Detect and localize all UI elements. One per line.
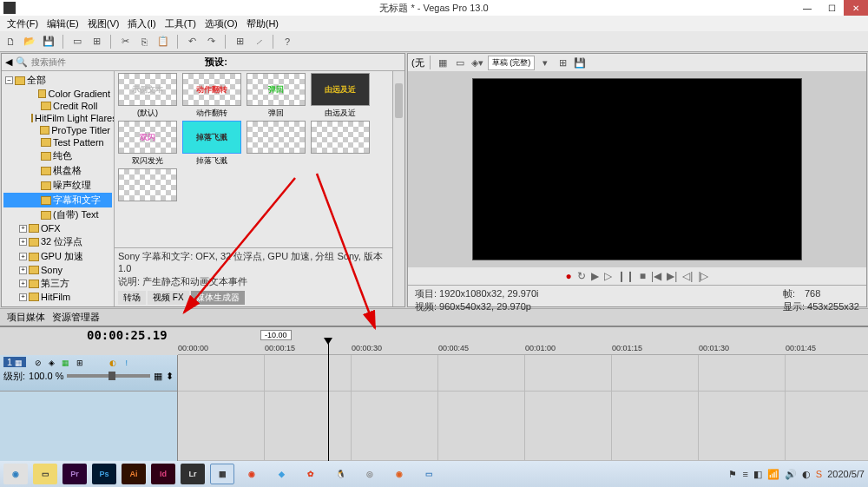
- project-properties-icon[interactable]: ▦: [436, 56, 450, 69]
- parent-icon[interactable]: ⬍: [166, 371, 174, 382]
- taskbar-app[interactable]: ◎: [358, 464, 382, 484]
- expand-icon[interactable]: +: [19, 293, 27, 301]
- dropdown-icon[interactable]: ▾: [538, 56, 552, 69]
- tree-item[interactable]: 字幕和文字: [3, 193, 112, 207]
- taskbar-app[interactable]: ▭: [33, 464, 57, 484]
- snapshot-icon[interactable]: 💾: [573, 56, 587, 69]
- tree-root[interactable]: −全部: [3, 73, 112, 88]
- preset-item[interactable]: 由远及近由远及近: [309, 73, 372, 119]
- loop-icon[interactable]: ↻: [577, 270, 586, 282]
- plugin-tree[interactable]: −全部 Color GradientCredit RollHitFilm Lig…: [2, 71, 115, 306]
- scrollbar[interactable]: [392, 71, 404, 306]
- menu-options[interactable]: 选项(O): [201, 17, 241, 30]
- paste-icon[interactable]: 📋: [156, 35, 170, 49]
- stop-icon[interactable]: ■: [640, 270, 646, 282]
- video-track-lane-1[interactable]: [178, 355, 868, 392]
- preset-item[interactable]: 掉落飞溅掉落飞溅: [181, 121, 243, 167]
- next-frame-icon[interactable]: |▷: [698, 270, 708, 282]
- properties-icon[interactable]: ⊞: [89, 35, 103, 49]
- render-icon[interactable]: ▭: [70, 35, 84, 49]
- menu-edit[interactable]: 编辑(E): [43, 17, 82, 30]
- copy-icon[interactable]: ⎘: [137, 35, 151, 49]
- save-icon[interactable]: 💾: [42, 35, 56, 49]
- menu-file[interactable]: 文件(F): [3, 17, 42, 30]
- taskbar-app[interactable]: Id: [151, 464, 175, 484]
- automation-icon[interactable]: ◈: [46, 358, 58, 368]
- snap-icon[interactable]: ⊞: [233, 35, 247, 49]
- tree-item[interactable]: 纯色: [3, 148, 112, 163]
- prev-frame-icon[interactable]: ◁|: [682, 270, 693, 282]
- autocrossfade-icon[interactable]: ⟋: [252, 35, 266, 49]
- track-fx-icon[interactable]: ▦: [60, 358, 72, 368]
- play-start-icon[interactable]: ▷: [604, 270, 612, 282]
- preset-item[interactable]: 示例文本(默认): [116, 73, 179, 119]
- tab-project-media[interactable]: 项目媒体: [7, 311, 45, 324]
- taskbar-app[interactable]: ◉: [3, 464, 28, 484]
- level-slider[interactable]: [67, 374, 150, 378]
- go-start-icon[interactable]: |◀: [651, 270, 661, 282]
- playhead[interactable]: [328, 341, 329, 461]
- tree-item[interactable]: 噪声纹理: [3, 178, 112, 193]
- tab-transitions[interactable]: 转场: [118, 291, 146, 305]
- preset-item[interactable]: 弹回弹回: [245, 73, 307, 119]
- collapse-icon[interactable]: −: [5, 76, 13, 84]
- tree-item[interactable]: 棋盘格: [3, 163, 112, 178]
- taskbar-app[interactable]: Ai: [122, 464, 146, 484]
- tray-network-icon[interactable]: 📶: [767, 469, 779, 480]
- tree-item[interactable]: +32 位浮点: [3, 234, 112, 249]
- tray-icon[interactable]: S: [816, 469, 822, 479]
- open-icon[interactable]: 📂: [23, 35, 36, 49]
- tray-volume-icon[interactable]: 🔊: [785, 469, 797, 480]
- mute-icon[interactable]: ◐: [107, 358, 119, 368]
- minimize-button[interactable]: —: [795, 0, 819, 16]
- new-icon[interactable]: 🗋: [3, 35, 17, 49]
- track-number[interactable]: 1 ▦: [3, 357, 26, 367]
- tree-item[interactable]: Color Gradient: [3, 88, 112, 100]
- taskbar-app[interactable]: ◉: [387, 464, 411, 484]
- menu-view[interactable]: 视图(V): [84, 17, 123, 30]
- tree-item[interactable]: ProType Titler: [3, 124, 112, 136]
- chevron-left-icon[interactable]: ◀: [5, 56, 12, 68]
- bypass-fx-icon[interactable]: ⊘: [32, 358, 44, 368]
- time-ruler[interactable]: 00:00:0000:00:1500:00:3000:00:4500:01:00…: [178, 343, 868, 355]
- presets-grid[interactable]: 示例文本(默认)动作翻转动作翻转弹回弹回由远及近由远及近双闪双闪发光掉落飞溅掉落…: [115, 71, 392, 247]
- cut-icon[interactable]: ✂: [118, 35, 132, 49]
- tree-item[interactable]: +HitFilm: [3, 291, 112, 303]
- tree-item[interactable]: +第三方: [3, 276, 112, 291]
- overlay-icon[interactable]: ⊞: [556, 56, 569, 69]
- tab-video-fx[interactable]: 视频 FX: [148, 291, 189, 305]
- redo-icon[interactable]: ↷: [204, 35, 218, 49]
- expand-icon[interactable]: +: [19, 253, 27, 260]
- preview-tab[interactable]: (无: [411, 56, 424, 69]
- external-monitor-icon[interactable]: ▭: [453, 56, 467, 69]
- preset-item[interactable]: 双闪双闪发光: [116, 121, 179, 167]
- tray-icon[interactable]: ◧: [753, 469, 762, 480]
- tray-icon[interactable]: ≡: [742, 469, 747, 479]
- search-input[interactable]: [31, 57, 141, 67]
- taskbar-app[interactable]: ◆: [269, 464, 293, 484]
- taskbar-app[interactable]: ◉: [240, 464, 264, 484]
- expand-icon[interactable]: +: [19, 280, 27, 287]
- menu-tools[interactable]: 工具(T): [161, 17, 200, 30]
- undo-icon[interactable]: ↶: [185, 35, 199, 49]
- tree-item[interactable]: +OFX: [3, 222, 112, 234]
- preview-quality-select[interactable]: 草稿 (完整): [488, 56, 536, 70]
- timecode-display[interactable]: 00:00:25.19: [87, 328, 168, 342]
- taskbar-app[interactable]: ▭: [417, 464, 441, 484]
- tray-icon[interactable]: ⚑: [728, 469, 737, 480]
- menu-insert[interactable]: 插入(I): [124, 17, 159, 30]
- expand-icon[interactable]: +: [19, 225, 27, 233]
- solo-icon[interactable]: !: [121, 358, 133, 368]
- expand-icon[interactable]: +: [19, 238, 27, 246]
- taskbar-app[interactable]: Ps: [92, 464, 116, 484]
- preset-item[interactable]: 动作翻转动作翻转: [181, 73, 243, 119]
- tree-item[interactable]: Test Pattern: [3, 136, 112, 148]
- maximize-button[interactable]: ☐: [819, 0, 844, 16]
- taskbar-app[interactable]: ▦: [210, 464, 234, 484]
- record-icon[interactable]: ●: [566, 270, 572, 282]
- tree-item[interactable]: Credit Roll: [3, 100, 112, 112]
- track-motion-icon[interactable]: ⊞: [74, 358, 86, 368]
- preset-item[interactable]: [245, 121, 307, 167]
- video-track-header-1[interactable]: 1 ▦ ⊘ ◈ ▦ ⊞ ◐ ! 级别: 100.0 % ▦ ⬍: [0, 355, 177, 392]
- tree-item[interactable]: +Sony: [3, 264, 112, 276]
